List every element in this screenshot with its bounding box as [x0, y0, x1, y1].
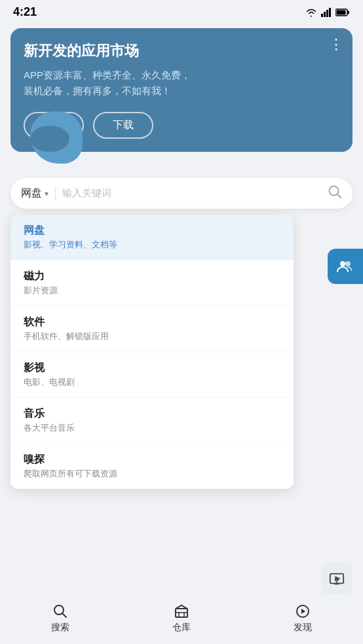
dropdown-item-subtitle-cili: 影片资源 — [24, 285, 280, 296]
contacts-icon — [336, 257, 354, 276]
svg-line-8 — [337, 194, 341, 198]
dropdown-item-wangpan[interactable]: 网盘 影视、学习资料、文档等 — [10, 215, 294, 260]
dropdown-item-subtitle-ruanjian: 手机软件、解锁版应用 — [24, 331, 280, 342]
dropdown-item-title-yingshi: 影视 — [24, 361, 280, 375]
icon-strip — [0, 556, 363, 597]
dropdown-item-yingshi[interactable]: 影视 电影、电视剧 — [10, 352, 294, 398]
category-label: 网盘 — [21, 187, 42, 200]
banner-card: ⋮ 新开发的应用市场 APP资源丰富、种类齐全、永久免费， 装机必备，拥有再多，… — [10, 28, 353, 152]
signal-icon — [321, 8, 332, 17]
status-time: 4:21 — [13, 5, 37, 19]
banner-title: 新开发的应用市场 — [24, 41, 339, 61]
banner-blob-inner — [30, 126, 69, 152]
svg-rect-6 — [337, 10, 346, 14]
video-download-icon-btn[interactable] — [321, 563, 353, 594]
search-placeholder[interactable]: 输入关键词 — [62, 187, 328, 200]
nav-search-icon — [52, 603, 68, 619]
search-category[interactable]: 网盘 ▾ — [21, 187, 56, 200]
svg-rect-2 — [326, 10, 328, 17]
dropdown-item-title-ruanjian: 软件 — [24, 315, 280, 329]
nav-item-discover[interactable]: 发现 — [242, 603, 363, 634]
nav-label-warehouse: 仓库 — [172, 622, 191, 634]
nav-label-discover: 发现 — [294, 622, 312, 634]
svg-rect-0 — [321, 14, 323, 17]
bottom-nav: 搜索 仓库 发现 — [0, 597, 363, 644]
dropdown-item-subtitle-xiutan: 爬取网页所有可下载资源 — [24, 468, 280, 480]
dropdown-item-title-cili: 磁力 — [24, 270, 280, 283]
dropdown-item-xiutan[interactable]: 嗅探 爬取网页所有可下载资源 — [10, 444, 294, 489]
svg-point-10 — [345, 261, 351, 266]
svg-marker-22 — [301, 609, 305, 614]
battery-icon — [335, 9, 350, 16]
dropdown-item-title-wangpan: 网盘 — [24, 224, 280, 238]
video-download-icon — [329, 571, 345, 586]
dropdown-item-title-xiutan: 嗅探 — [24, 453, 280, 467]
nav-warehouse-icon — [174, 603, 189, 619]
wifi-icon — [305, 8, 317, 17]
search-area: 网盘 ▾ 输入关键词 网盘 影视、学习资料、文档等 磁力 影片资源 软件 手机软… — [10, 178, 353, 209]
search-bar[interactable]: 网盘 ▾ 输入关键词 — [10, 178, 353, 209]
dropdown-item-subtitle-wangpan: 影视、学习资料、文档等 — [24, 239, 280, 251]
svg-point-9 — [340, 261, 345, 266]
status-icons — [305, 8, 350, 17]
dropdown-item-cili[interactable]: 磁力 影片资源 — [10, 260, 294, 306]
nav-item-warehouse[interactable]: 仓库 — [121, 603, 242, 634]
nav-label-search: 搜索 — [51, 622, 69, 634]
search-dropdown: 网盘 影视、学习资料、文档等 磁力 影片资源 软件 手机软件、解锁版应用 影视 … — [10, 215, 294, 489]
nav-discover-icon — [295, 603, 311, 619]
bottom-area: 搜索 仓库 发现 — [0, 556, 363, 644]
svg-rect-5 — [348, 10, 350, 14]
dropdown-item-title-yinyue: 音乐 — [24, 407, 280, 421]
dropdown-item-subtitle-yinyue: 各大平台音乐 — [24, 422, 280, 434]
dropdown-item-yinyue[interactable]: 音乐 各大平台音乐 — [10, 398, 294, 444]
download-button[interactable]: 下载 — [93, 112, 153, 139]
nav-item-search[interactable]: 搜索 — [0, 603, 121, 634]
chevron-down-icon: ▾ — [45, 189, 48, 198]
fab-contacts[interactable] — [328, 249, 363, 284]
search-icon[interactable] — [328, 185, 342, 202]
dropdown-item-ruanjian[interactable]: 软件 手机软件、解锁版应用 — [10, 306, 294, 352]
more-icon[interactable]: ⋮ — [329, 37, 343, 52]
svg-rect-3 — [329, 8, 331, 17]
svg-rect-1 — [324, 12, 326, 17]
banner-description: APP资源丰富、种类齐全、永久免费， 装机必备，拥有再多，不如有我！ — [24, 67, 339, 99]
status-bar: 4:21 — [0, 0, 363, 22]
svg-line-16 — [62, 613, 66, 617]
dropdown-item-subtitle-yingshi: 电影、电视剧 — [24, 376, 280, 388]
